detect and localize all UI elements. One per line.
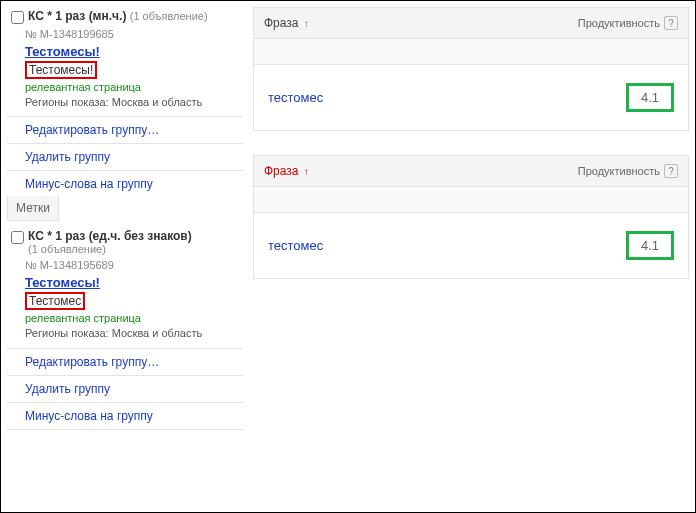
phrase-column-header[interactable]: Фраза (264, 16, 299, 30)
phrase-text[interactable]: тестомес (268, 90, 323, 105)
minus-words-link[interactable]: Минус-слова на группу (25, 177, 153, 191)
help-icon[interactable]: ? (664, 164, 678, 178)
highlighted-keyword: Тестомес (25, 292, 85, 310)
phrase-column-header[interactable]: Фраза (264, 164, 299, 178)
ad-title-link[interactable]: Тестомесы! (7, 44, 243, 61)
table-subheader (254, 187, 688, 213)
group-title: КС * 1 раз (ед.ч. без знаков) (28, 229, 192, 243)
group-id: № M-1348199685 (7, 26, 243, 44)
productivity-score: 4.1 (626, 83, 674, 112)
phrase-table: Фраза ↑ Продуктивность ? тестомес 4.1 (253, 155, 689, 279)
edit-group-link[interactable]: Редактировать группу… (25, 123, 159, 137)
phrase-table: Фраза ↑ Продуктивность ? тестомес 4.1 (253, 7, 689, 131)
relevant-page-label: релевантная страница (7, 81, 243, 95)
group-header: КС * 1 раз (ед.ч. без знаков) (1 объявле… (7, 227, 243, 257)
group-checkbox[interactable] (11, 231, 24, 244)
group-count: (1 объявление) (28, 243, 192, 255)
relevant-page-label: релевантная страница (7, 312, 243, 326)
productivity-column-header[interactable]: Продуктивность (578, 17, 660, 29)
group-block: КС * 1 раз (ед.ч. без знаков) (1 объявле… (7, 227, 243, 429)
table-header: Фраза ↑ Продуктивность ? (254, 156, 688, 187)
group-count: (1 объявление) (130, 10, 208, 22)
table-row: тестомес 4.1 (254, 213, 688, 278)
right-column: Фраза ↑ Продуктивность ? тестомес 4.1 Фр… (243, 7, 689, 506)
phrase-text[interactable]: тестомес (268, 238, 323, 253)
group-header: КС * 1 раз (мн.ч.) (1 объявление) (7, 7, 243, 26)
productivity-column-header[interactable]: Продуктивность (578, 165, 660, 177)
delete-group-link[interactable]: Удалить группу (25, 382, 110, 396)
table-row: тестомес 4.1 (254, 65, 688, 130)
edit-group-link[interactable]: Редактировать группу… (25, 355, 159, 369)
highlighted-keyword: Тестомесы! (25, 61, 97, 79)
sort-arrow-icon: ↑ (304, 166, 309, 177)
ad-title-link[interactable]: Тестомесы! (7, 275, 243, 292)
productivity-score: 4.1 (626, 231, 674, 260)
regions-label: Регионы показа: Москва и область (7, 95, 243, 116)
group-id: № M-1348195689 (7, 257, 243, 275)
table-header: Фраза ↑ Продуктивность ? (254, 8, 688, 39)
minus-words-link[interactable]: Минус-слова на группу (25, 409, 153, 423)
group-title: КС * 1 раз (мн.ч.) (28, 9, 126, 23)
tags-button[interactable]: Метки (7, 196, 59, 221)
delete-group-link[interactable]: Удалить группу (25, 150, 110, 164)
help-icon[interactable]: ? (664, 16, 678, 30)
group-block: КС * 1 раз (мн.ч.) (1 объявление) № M-13… (7, 7, 243, 221)
left-column: КС * 1 раз (мн.ч.) (1 объявление) № M-13… (7, 7, 243, 506)
regions-label: Регионы показа: Москва и область (7, 326, 243, 347)
sort-arrow-icon: ↑ (304, 18, 309, 29)
table-subheader (254, 39, 688, 65)
group-checkbox[interactable] (11, 11, 24, 24)
